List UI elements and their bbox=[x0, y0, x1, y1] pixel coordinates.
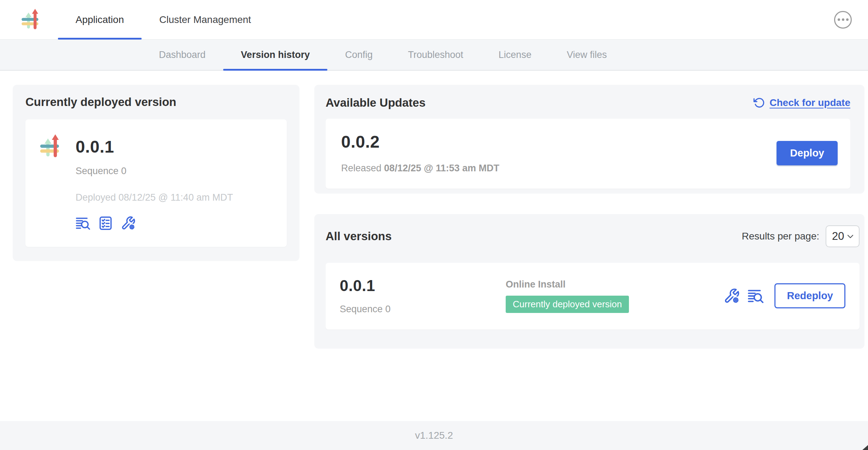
console-version: v1.125.2 bbox=[415, 430, 453, 441]
deployed-card-title: Currently deployed version bbox=[25, 95, 287, 109]
chevron-down-icon bbox=[846, 232, 855, 241]
update-row: 0.0.2 Released 08/12/25 @ 11:53 am MDT D… bbox=[326, 119, 850, 189]
deployed-actions bbox=[76, 216, 233, 231]
redeploy-button[interactable]: Redeploy bbox=[774, 283, 845, 308]
update-info: 0.0.2 Released 08/12/25 @ 11:53 am MDT bbox=[341, 132, 499, 174]
top-navbar: Application Cluster Management bbox=[0, 0, 868, 40]
currently-deployed-badge: Currently deployed version bbox=[506, 296, 629, 313]
tab-application-label: Application bbox=[76, 14, 124, 25]
ellipsis-dot bbox=[842, 18, 844, 21]
version-row-status: Online Install Currently deployed versio… bbox=[506, 279, 724, 313]
ellipsis-dot bbox=[846, 18, 849, 21]
row-version-number: 0.0.1 bbox=[340, 277, 506, 295]
subnav-tab-label: License bbox=[499, 49, 531, 60]
subnav-tab-dashboard[interactable]: Dashboard bbox=[141, 40, 223, 70]
subnav-tab-label: Dashboard bbox=[159, 49, 206, 60]
all-versions-header: All versions Results per page: 20 bbox=[326, 225, 860, 247]
row-sequence: Sequence 0 bbox=[340, 304, 506, 315]
all-versions-title: All versions bbox=[326, 230, 392, 243]
tab-cluster-management-label: Cluster Management bbox=[159, 14, 251, 25]
version-row-actions: Redeploy bbox=[724, 283, 845, 308]
subnav-tab-license[interactable]: License bbox=[481, 40, 549, 70]
subnav-tab-label: Version history bbox=[241, 49, 310, 60]
available-updates-header: Available Updates Check for update bbox=[326, 96, 850, 109]
subnav-tab-label: Troubleshoot bbox=[408, 49, 463, 60]
all-versions-card: All versions Results per page: 20 bbox=[314, 214, 864, 349]
update-released-line: Released 08/12/25 @ 11:53 am MDT bbox=[341, 163, 499, 174]
results-per-page-label: Results per page: bbox=[742, 231, 819, 242]
subnav-tab-troubleshoot[interactable]: Troubleshoot bbox=[390, 40, 481, 70]
tab-cluster-management[interactable]: Cluster Management bbox=[142, 0, 269, 39]
edit-config-icon[interactable] bbox=[121, 216, 136, 231]
deployed-version-number: 0.0.1 bbox=[76, 137, 233, 156]
ellipsis-dot bbox=[838, 18, 840, 21]
view-logs-icon[interactable] bbox=[76, 216, 90, 231]
subnav-tab-label: Config bbox=[345, 49, 373, 60]
released-date: 08/12/25 @ 11:53 am MDT bbox=[384, 163, 500, 173]
active-tab-underline bbox=[58, 38, 142, 40]
available-updates-card: Available Updates Check for update 0.0.2 bbox=[314, 85, 864, 194]
tab-application[interactable]: Application bbox=[58, 0, 142, 39]
deployed-version-panel: 0.0.1 Sequence 0 Deployed 08/12/25 @ 11:… bbox=[25, 119, 287, 247]
update-version-number: 0.0.2 bbox=[341, 132, 499, 152]
subnav-tab-version-history[interactable]: Version history bbox=[223, 40, 327, 70]
results-per-page: Results per page: 20 bbox=[742, 225, 860, 247]
subnav-tab-label: View files bbox=[567, 49, 607, 60]
check-for-update-label: Check for update bbox=[769, 97, 850, 108]
deploy-button[interactable]: Deploy bbox=[777, 141, 838, 165]
deployed-timestamp: Deployed 08/12/25 @ 11:40 am MDT bbox=[76, 192, 233, 203]
app-subnav: Dashboard Version history Config Trouble… bbox=[0, 40, 868, 71]
released-prefix: Released bbox=[341, 163, 384, 173]
subnav-tab-config[interactable]: Config bbox=[327, 40, 390, 70]
subnav-tab-view-files[interactable]: View files bbox=[549, 40, 625, 70]
deployed-version-info: 0.0.1 Sequence 0 Deployed 08/12/25 @ 11:… bbox=[76, 134, 233, 231]
app-logo-icon bbox=[38, 134, 64, 160]
results-per-page-value: 20 bbox=[832, 230, 844, 243]
active-subtab-underline bbox=[223, 69, 327, 71]
ellipsis-menu-icon[interactable] bbox=[834, 11, 852, 29]
app-logo-icon bbox=[20, 8, 43, 31]
version-row: 0.0.1 Sequence 0 Online Install Currentl… bbox=[326, 263, 860, 330]
results-per-page-select[interactable]: 20 bbox=[826, 225, 860, 247]
page-footer: v1.125.2 bbox=[0, 421, 868, 450]
currently-deployed-card: Currently deployed version 0.0.1 Sequenc… bbox=[13, 85, 299, 261]
install-type-label: Online Install bbox=[506, 279, 724, 290]
view-logs-icon[interactable] bbox=[748, 288, 764, 304]
main-content: Currently deployed version 0.0.1 Sequenc… bbox=[0, 71, 868, 421]
preflight-checklist-icon[interactable] bbox=[98, 216, 113, 231]
version-row-info: 0.0.1 Sequence 0 bbox=[340, 277, 506, 315]
edit-config-icon[interactable] bbox=[724, 288, 740, 304]
resize-corner-artifact bbox=[862, 445, 868, 450]
app-logo bbox=[20, 8, 43, 31]
right-column: Available Updates Check for update 0.0.2 bbox=[314, 85, 864, 349]
app-logo bbox=[38, 134, 64, 160]
deployed-sequence: Sequence 0 bbox=[76, 166, 233, 177]
available-updates-title: Available Updates bbox=[326, 96, 426, 109]
refresh-icon bbox=[753, 97, 765, 109]
check-for-update-link[interactable]: Check for update bbox=[753, 97, 850, 109]
